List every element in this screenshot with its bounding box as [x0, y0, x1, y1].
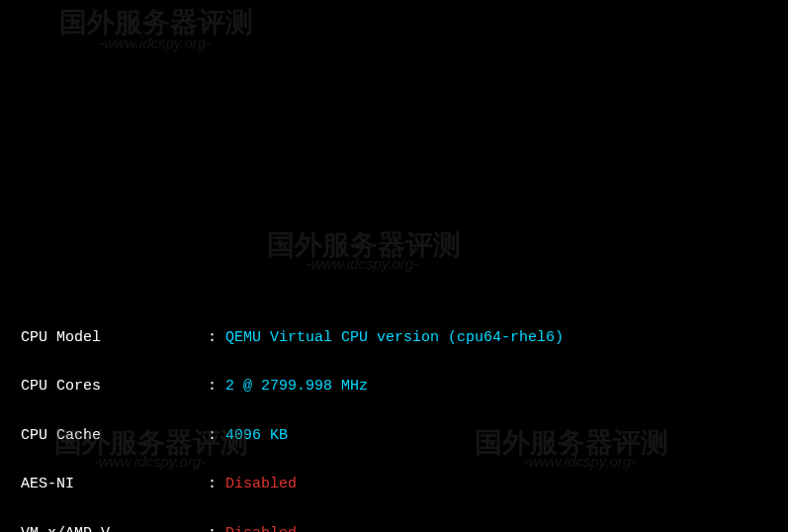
cpu-cache-row: CPU Cache : 4096 KB: [12, 424, 776, 449]
vmx-amdv-row: VM-x/AMD-V : Disabled: [12, 522, 776, 532]
aes-ni-label: AES-NI: [12, 473, 199, 497]
cpu-model-value: QEMU Virtual CPU version (cpu64-rhel6): [225, 326, 564, 351]
vmx-amdv-label: VM-x/AMD-V: [12, 522, 199, 532]
aes-ni-row: AES-NI : Disabled: [12, 473, 776, 497]
cpu-cores-label: CPU Cores: [12, 375, 199, 399]
watermark-title: 国外服务器评测: [59, 0, 253, 45]
vmx-amdv-value: Disabled: [225, 522, 297, 532]
aes-ni-value: Disabled: [225, 473, 297, 497]
watermark-url: -www.idcspy.org-: [306, 252, 418, 277]
watermark-url: -www.idcspy.org-: [524, 450, 636, 475]
watermark-url: -www.idcspy.org-: [99, 32, 211, 56]
cpu-cache-value: 4096 KB: [225, 424, 288, 449]
cpu-cache-label: CPU Cache: [12, 424, 199, 449]
cpu-cores-value: 2 @ 2799.998 MHz: [225, 375, 368, 399]
cpu-model-row: CPU Model : QEMU Virtual CPU version (cp…: [12, 326, 776, 351]
cpu-model-label: CPU Model: [12, 326, 199, 351]
watermark-url: -www.idcspy.org-: [94, 450, 206, 475]
cpu-cores-row: CPU Cores : 2 @ 2799.998 MHz: [12, 375, 776, 399]
watermark-title: 国外服务器评测: [267, 222, 461, 268]
